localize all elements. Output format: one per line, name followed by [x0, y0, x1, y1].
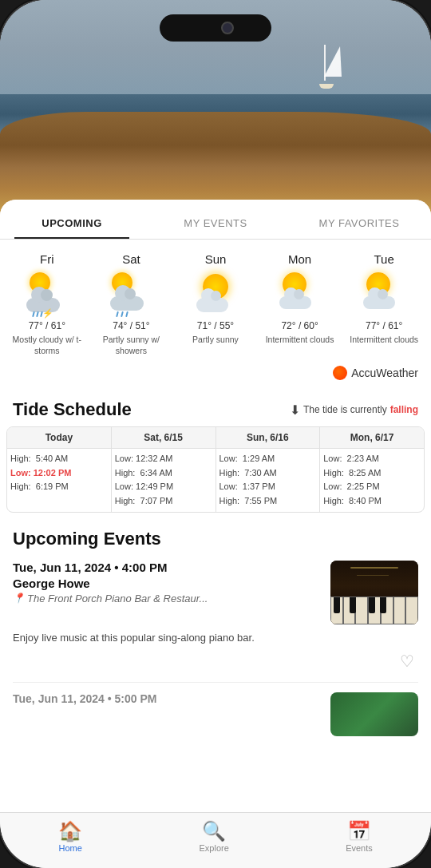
- nav-label-explore: Explore: [200, 843, 229, 853]
- weather-day-mon: Mon 72° / 60° Intermittent clouds: [259, 252, 341, 356]
- accuweather-logo: [333, 366, 347, 380]
- event-top-1: Tue, Jun 11, 2024 • 4:00 PM George Howe …: [13, 561, 418, 624]
- nav-label-events: Events: [346, 843, 373, 853]
- weather-day-sun: Sun 71° / 55° Partly sunny: [175, 252, 256, 356]
- tab-bar: UPCOMING MY EVENTS MY FAVORITES: [0, 200, 431, 240]
- tide-col-sun: Sun, 6/16 Low: 1:29 AM High: 7:30 AM Low…: [216, 427, 321, 511]
- phone-screen: UPCOMING MY EVENTS MY FAVORITES Fri: [0, 0, 431, 868]
- weather-temp-fri: 77° / 61°: [29, 320, 65, 331]
- events-title: Upcoming Events: [13, 529, 418, 549]
- event-actions-1: ♡: [13, 645, 418, 672]
- event-card-1[interactable]: Tue, Jun 11, 2024 • 4:00 PM George Howe …: [13, 561, 418, 683]
- event-image-1: [330, 561, 418, 624]
- tide-entry-today: High: 5:40 AM Low: 12:02 PM High: 6:19 P…: [7, 449, 111, 497]
- explore-icon: 🔍: [202, 822, 226, 841]
- events-icon: 📅: [347, 822, 371, 841]
- weather-section: Fri ⚡ 77° / 61°: [0, 240, 431, 363]
- weather-temp-mon: 72° / 60°: [281, 320, 318, 331]
- event-card-2-preview[interactable]: Tue, Jun 11, 2024 • 5:00 PM: [13, 692, 418, 736]
- content-card: UPCOMING MY EVENTS MY FAVORITES Fri: [0, 200, 431, 812]
- tab-my-favorites[interactable]: MY FAVORITES: [287, 208, 431, 239]
- event-image-2: [330, 692, 418, 736]
- tide-col-sat: Sat, 6/15 Low: 12:32 AM High: 6:34 AM Lo…: [112, 427, 216, 511]
- weather-temp-sun: 71° / 55°: [197, 320, 234, 331]
- tab-my-events[interactable]: MY EVENTS: [144, 208, 287, 239]
- weather-temp-sat: 74° / 51°: [113, 320, 149, 331]
- weather-icon-mon: [276, 269, 324, 317]
- tide-section-title: Tide Schedule: [13, 399, 132, 420]
- event-location-1: 📍 The Front Porch Piano Bar & Restaur...: [13, 593, 321, 604]
- weather-day-sat: Sat 74° / 51°: [91, 252, 172, 356]
- weather-desc-sat: Partly sunny w/ showers: [91, 335, 172, 356]
- tide-entry-sat: Low: 12:32 AM High: 6:34 AM Low: 12:49 P…: [112, 449, 216, 511]
- nav-item-explore[interactable]: 🔍 Explore: [200, 822, 229, 853]
- tab-upcoming[interactable]: UPCOMING: [0, 208, 144, 239]
- tide-header-today: Today: [7, 427, 111, 449]
- tide-col-today: Today High: 5:40 AM Low: 12:02 PM High: …: [7, 427, 112, 511]
- favorite-heart-icon[interactable]: ♡: [396, 650, 418, 672]
- events-section: Upcoming Events Tue, Jun 11, 2024 • 4:00…: [0, 525, 431, 743]
- tide-status: ⬇ The tide is currently falling: [290, 402, 418, 418]
- tide-header-mon: Mon, 6/17: [320, 427, 424, 449]
- event-info-1: Tue, Jun 11, 2024 • 4:00 PM George Howe …: [13, 561, 321, 604]
- weather-desc-sun: Partly sunny: [192, 335, 239, 346]
- phone-frame: UPCOMING MY EVENTS MY FAVORITES Fri: [0, 0, 431, 868]
- weather-day-tue: Tue 77° / 61° Intermittent clouds: [343, 252, 425, 356]
- weather-icon-sat: [107, 269, 155, 317]
- phone-notch: [160, 14, 271, 42]
- home-icon: 🏠: [58, 822, 82, 841]
- weather-day-fri: Fri ⚡ 77° / 61°: [6, 252, 88, 356]
- weather-icon-fri: ⚡: [23, 269, 71, 317]
- event-name-1: George Howe: [13, 577, 321, 590]
- weather-desc-tue: Intermittent clouds: [350, 335, 418, 346]
- weather-day-name-mon: Mon: [288, 252, 311, 266]
- nav-label-home: Home: [59, 843, 82, 853]
- tide-entry-mon: Low: 2:23 AM High: 8:25 AM Low: 2:25 PM …: [320, 449, 424, 511]
- nav-item-home[interactable]: 🏠 Home: [58, 822, 82, 853]
- tide-header-sat: Sat, 6/15: [112, 427, 216, 449]
- tide-header-sun: Sun, 6/16: [216, 427, 320, 449]
- nav-item-events[interactable]: 📅 Events: [346, 822, 373, 853]
- tide-falling-label: falling: [390, 404, 418, 415]
- tide-col-mon: Mon, 6/17 Low: 2:23 AM High: 8:25 AM Low…: [320, 427, 424, 511]
- weather-day-name-sun: Sun: [205, 252, 227, 266]
- weather-icon-tue: [360, 269, 408, 317]
- tide-section-header: Tide Schedule ⬇ The tide is currently fa…: [0, 390, 431, 426]
- weather-icon-sun: [192, 269, 239, 317]
- hero-sailboat: [312, 45, 336, 89]
- weather-temp-tue: 77° / 61°: [366, 320, 402, 331]
- weather-desc-mon: Intermittent clouds: [266, 335, 334, 346]
- weather-day-name-fri: Fri: [40, 252, 54, 266]
- tide-entry-sun: Low: 1:29 AM High: 7:30 AM Low: 1:37 PM …: [216, 449, 320, 511]
- accuweather-brand: AccuWeather: [0, 363, 431, 390]
- event-desc-1: Enjoy live music at this popular sing-al…: [13, 631, 418, 645]
- event-top-2: Tue, Jun 11, 2024 • 5:00 PM: [13, 692, 418, 736]
- tide-arrow-icon: ⬇: [290, 402, 300, 418]
- event-date-1: Tue, Jun 11, 2024 • 4:00 PM: [13, 561, 321, 574]
- weather-day-name-sat: Sat: [122, 252, 140, 266]
- tide-table: Today High: 5:40 AM Low: 12:02 PM High: …: [6, 426, 425, 512]
- location-pin-icon: 📍: [13, 593, 25, 604]
- event-info-2: Tue, Jun 11, 2024 • 5:00 PM: [13, 692, 321, 707]
- weather-day-name-tue: Tue: [374, 252, 394, 266]
- accuweather-label: AccuWeather: [351, 367, 418, 379]
- bottom-nav: 🏠 Home 🔍 Explore 📅 Events: [0, 812, 431, 868]
- event-date-2: Tue, Jun 11, 2024 • 5:00 PM: [13, 692, 321, 705]
- weather-desc-fri: Mostly cloudy w/ t-storms: [6, 335, 88, 356]
